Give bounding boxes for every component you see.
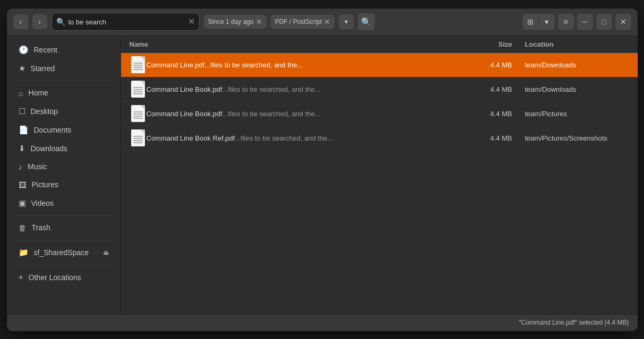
sidebar-divider bbox=[13, 81, 114, 81]
sidebar-item-starred[interactable]: ★ Starred bbox=[10, 59, 117, 77]
sidebar-item-desktop[interactable]: ☐ Desktop bbox=[10, 102, 117, 120]
table-row[interactable]: Command Line Book.pdf ...files to be sea… bbox=[121, 102, 638, 126]
sidebar-item-label: Pictures bbox=[32, 180, 59, 189]
file-snippet: ...files to be searched, and the... bbox=[222, 85, 321, 93]
sidebar-item-label: Downloads bbox=[31, 144, 67, 153]
table-row[interactable]: Command Line Book.pdf ...files to be sea… bbox=[121, 77, 638, 102]
search-icon: 🔍 bbox=[56, 18, 65, 26]
sidebar-item-recent[interactable]: 🕐 Recent bbox=[10, 41, 117, 59]
pdf-icon bbox=[131, 129, 145, 146]
menu-button[interactable]: ≡ bbox=[558, 14, 574, 30]
sidebar-item-label: Desktop bbox=[31, 107, 58, 116]
file-location: team/Downloads bbox=[512, 85, 629, 93]
maximize-button[interactable]: □ bbox=[596, 14, 612, 30]
sidebar-item-pictures[interactable]: 🖼 Pictures bbox=[10, 176, 117, 194]
file-size: 4.4 MB bbox=[465, 110, 512, 118]
file-name: Command Line Book.pdf bbox=[147, 110, 222, 118]
file-header: Name Size Location bbox=[121, 36, 638, 53]
file-icon-wrap bbox=[130, 105, 147, 122]
file-manager-window: ‹ › 🔍 ✕ Since 1 day ago ✕ PDF / PostScri… bbox=[6, 8, 638, 332]
eject-icon[interactable]: ⏏ bbox=[103, 249, 109, 256]
documents-icon: 📄 bbox=[19, 125, 29, 135]
filter-filetype-label: PDF / PostScript bbox=[275, 18, 322, 25]
trash-icon: 🗑 bbox=[19, 223, 27, 232]
file-name: Command Line Book Ref.pdf bbox=[147, 134, 235, 142]
back-button[interactable]: ‹ bbox=[13, 14, 28, 29]
sidebar-item-label: Recent bbox=[34, 46, 57, 54]
table-row[interactable]: Command Line Book Ref.pdf ...files to be… bbox=[121, 126, 638, 151]
file-name: Command Line Book.pdf bbox=[147, 85, 222, 93]
file-size: 4.4 MB bbox=[465, 134, 512, 142]
file-icon-wrap bbox=[130, 129, 147, 146]
sidebar-item-other-locations[interactable]: + Other Locations bbox=[10, 268, 117, 286]
pdf-icon bbox=[131, 56, 145, 73]
filter-filetype-close-icon[interactable]: ✕ bbox=[324, 18, 330, 25]
search-bar: 🔍 ✕ bbox=[51, 13, 200, 31]
sidebar-item-label: Starred bbox=[31, 64, 55, 73]
minimize-button[interactable]: ─ bbox=[577, 14, 593, 30]
file-location: team/Pictures bbox=[512, 110, 629, 118]
close-button[interactable]: ✕ bbox=[615, 14, 631, 30]
file-location: team/Pictures/Screenshots bbox=[512, 134, 629, 142]
list-view-button[interactable]: ▾ bbox=[539, 14, 555, 30]
sidebar-item-label: Home bbox=[29, 89, 48, 97]
file-list: Command Line.pdf ...files to be searched… bbox=[121, 53, 638, 314]
table-row[interactable]: Command Line.pdf ...files to be searched… bbox=[121, 53, 638, 77]
titlebar: ‹ › 🔍 ✕ Since 1 day ago ✕ PDF / PostScri… bbox=[7, 8, 638, 36]
starred-icon: ★ bbox=[19, 64, 25, 73]
file-size: 4.4 MB bbox=[465, 61, 512, 69]
sidebar-item-downloads[interactable]: ⬇ Downloads bbox=[10, 140, 117, 158]
file-snippet: ...files to be searched, and the... bbox=[235, 134, 333, 142]
window-controls: ⊞ ▾ ≡ ─ □ ✕ bbox=[522, 14, 631, 30]
sidebar-item-videos[interactable]: ▣ Videos bbox=[10, 194, 117, 212]
file-info: Command Line Book.pdf ...files to be sea… bbox=[147, 110, 465, 118]
file-location: team/Downloads bbox=[512, 61, 629, 69]
shared-icon: 📁 bbox=[19, 248, 29, 257]
file-area: Name Size Location bbox=[121, 36, 638, 314]
sidebar-divider-2 bbox=[13, 215, 114, 216]
filter-since-label: Since 1 day ago bbox=[208, 18, 254, 25]
file-size: 4.4 MB bbox=[465, 85, 512, 93]
sidebar: 🕐 Recent ★ Starred ⌂ Home ☐ Desktop 📄 Do… bbox=[7, 36, 121, 314]
filter-dropdown-button[interactable]: ▾ bbox=[339, 14, 354, 29]
forward-button[interactable]: › bbox=[32, 14, 47, 29]
search-input[interactable] bbox=[68, 18, 185, 26]
column-location-header: Location bbox=[512, 40, 629, 48]
sidebar-item-music[interactable]: ♪ Music bbox=[10, 158, 117, 176]
file-info: Command Line Book.pdf ...files to be sea… bbox=[147, 85, 465, 93]
search-execute-button[interactable]: 🔍 bbox=[358, 13, 375, 30]
desktop-icon: ☐ bbox=[19, 107, 25, 116]
sidebar-item-shared[interactable]: 📁 sf_SharedSpace ⏏ bbox=[10, 244, 117, 262]
column-size-header: Size bbox=[465, 40, 512, 48]
file-icon-wrap bbox=[130, 81, 147, 98]
sidebar-item-label: Documents bbox=[34, 126, 72, 134]
pdf-icon bbox=[131, 81, 145, 98]
view-toggle: ⊞ ▾ bbox=[522, 14, 555, 30]
music-icon: ♪ bbox=[19, 162, 23, 171]
sidebar-item-documents[interactable]: 📄 Documents bbox=[10, 121, 117, 139]
downloads-icon: ⬇ bbox=[19, 144, 25, 153]
sidebar-divider-3 bbox=[13, 240, 114, 240]
main-content: 🕐 Recent ★ Starred ⌂ Home ☐ Desktop 📄 Do… bbox=[7, 36, 638, 314]
pdf-icon bbox=[131, 105, 145, 122]
videos-icon: ▣ bbox=[19, 198, 26, 208]
sidebar-item-label: Music bbox=[28, 162, 47, 171]
filter-filetype-tag[interactable]: PDF / PostScript ✕ bbox=[271, 15, 335, 29]
sidebar-item-label: sf_SharedSpace bbox=[34, 248, 89, 257]
sidebar-divider-4 bbox=[13, 265, 114, 265]
file-snippet: ...files to be searched, and the... bbox=[222, 110, 321, 118]
sidebar-item-label: Trash bbox=[32, 223, 50, 232]
file-info: Command Line.pdf ...files to be searched… bbox=[147, 61, 465, 69]
sidebar-item-home[interactable]: ⌂ Home bbox=[10, 84, 117, 102]
sidebar-item-label: Videos bbox=[31, 199, 54, 207]
file-name: Command Line.pdf bbox=[147, 61, 205, 69]
statusbar: "Command Line.pdf" selected (4.4 MB) bbox=[7, 314, 638, 331]
pictures-icon: 🖼 bbox=[19, 180, 27, 189]
column-name-header: Name bbox=[130, 40, 465, 48]
search-clear-button[interactable]: ✕ bbox=[188, 18, 195, 26]
sidebar-item-trash[interactable]: 🗑 Trash bbox=[10, 219, 117, 237]
filter-since-tag[interactable]: Since 1 day ago ✕ bbox=[204, 15, 267, 29]
grid-view-button[interactable]: ⊞ bbox=[522, 14, 538, 30]
file-icon-wrap bbox=[130, 56, 147, 73]
filter-since-close-icon[interactable]: ✕ bbox=[256, 18, 262, 25]
